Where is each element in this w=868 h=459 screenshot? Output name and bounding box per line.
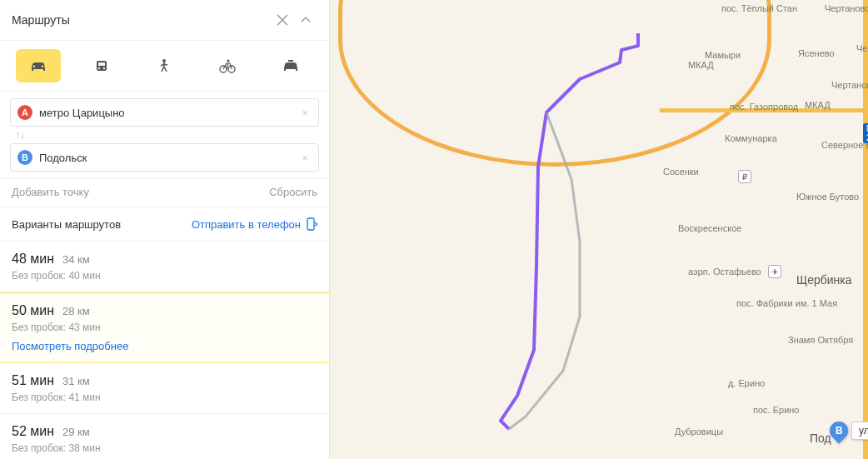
map-label: Сосенки (663, 167, 699, 177)
variants-header: Варианты маршрутов Отправить в телефон (0, 207, 329, 242)
clear-b-icon[interactable]: × (298, 152, 312, 164)
chevron-up-icon[interactable] (294, 8, 317, 32)
route-points: A × ↑↓ B × (0, 92, 329, 179)
transport-modes (0, 41, 329, 92)
route-option[interactable]: 51 мин31 кмБез пробок: 41 мин (0, 363, 329, 414)
map-label: Чертаново Северное (825, 3, 868, 13)
map-label: пос. Тёплый Стан (721, 3, 797, 13)
map-label: Воскресенское (678, 223, 741, 233)
route-no-traffic: Без пробок: 41 мин (12, 392, 317, 403)
route-no-traffic: Без пробок: 43 мин (12, 322, 317, 333)
routes-panel: Маршруты (0, 0, 330, 459)
swap-icon[interactable]: ↑↓ (15, 129, 319, 141)
svg-rect-8 (288, 60, 293, 62)
point-b-input[interactable] (39, 152, 298, 164)
panel-header: Маршруты (0, 0, 329, 41)
route-no-traffic: Без пробок: 40 мин (12, 270, 317, 282)
map-label: Северное Бутово (821, 140, 868, 150)
pin-b-icon: B (17, 150, 32, 165)
route-time: 52 мин (12, 424, 54, 439)
point-a-row[interactable]: A × (10, 98, 319, 127)
routes-list: 48 мин34 кмБез пробок: 40 мин50 мин28 км… (0, 242, 329, 459)
mode-bike[interactable] (205, 49, 250, 82)
map-label: МКАД (688, 60, 714, 70)
map-label: д. Ерино (728, 378, 765, 388)
route-distance: 29 км (62, 426, 90, 438)
map-label: Щербинка (796, 273, 852, 287)
points-footer: Добавить точку Сбросить (0, 179, 329, 207)
route-distance: 34 км (62, 253, 90, 266)
phone-icon (306, 217, 317, 231)
add-point-link[interactable]: Добавить точку (12, 186, 89, 198)
map-label: аэрп. Остафьево (688, 267, 761, 277)
clear-a-icon[interactable]: × (298, 107, 312, 119)
route-time: 50 мин (12, 303, 54, 318)
airport-icon: ✈ (768, 265, 781, 278)
route-time: 48 мин (12, 252, 54, 267)
route-distance: 31 км (62, 375, 90, 387)
map-label: Коммунарка (725, 133, 777, 143)
point-b-row[interactable]: B × (10, 143, 319, 172)
map-label: Дубровицы (675, 427, 723, 437)
route-distance: 28 км (62, 305, 90, 317)
close-icon[interactable] (271, 8, 294, 32)
variants-title: Варианты маршрутов (12, 218, 121, 231)
svg-point-2 (102, 67, 104, 69)
route-time: 51 мин (12, 373, 54, 388)
map-label: Чертаново Центральное (856, 43, 868, 53)
map-canvas[interactable]: A Луганская улица метро Царицыно B улица… (330, 0, 868, 459)
mode-transit[interactable] (79, 49, 124, 82)
svg-point-4 (162, 59, 166, 62)
point-a-input[interactable] (39, 107, 298, 119)
map-label: Знамя Октября (788, 335, 853, 345)
send-to-phone-link[interactable]: Отправить в телефон (192, 217, 317, 231)
marker-b-label: улица Кирова, 2Ас1 (851, 422, 868, 440)
panel-title: Маршруты (12, 13, 271, 27)
route-polyline (330, 0, 868, 459)
svg-point-7 (227, 60, 230, 62)
route-option[interactable]: 48 мин34 кмБез пробок: 40 мин (0, 242, 329, 292)
map-label: пос. Газопровод (730, 102, 798, 112)
map-label: Ясенево (798, 48, 835, 58)
map-label: пос. Ерино (753, 405, 799, 415)
route-details-link[interactable]: Посмотреть подробнее (12, 340, 317, 352)
mode-walk[interactable] (142, 49, 187, 82)
marker-b[interactable]: B улица Кирова, 2Ас1 (830, 422, 868, 440)
map-label: Южное Бутово (796, 192, 859, 202)
send-to-phone-label: Отправить в телефон (192, 218, 301, 231)
route-no-traffic: Без пробок: 38 мин (12, 442, 317, 454)
svg-rect-9 (307, 218, 314, 230)
mode-taxi[interactable] (268, 49, 313, 82)
map-label: пос. Фабрики им. 1 Мая (736, 298, 837, 308)
route-option[interactable]: 52 мин29 кмБез пробок: 38 мин (0, 414, 329, 459)
pin-a-icon: A (17, 105, 32, 120)
svg-rect-3 (98, 62, 105, 66)
mode-car[interactable] (16, 49, 61, 82)
map-label: МКАД (805, 100, 831, 110)
svg-point-1 (97, 67, 99, 69)
road-shield: M-2 (863, 123, 868, 143)
route-option[interactable]: 50 мин28 кмБез пробок: 43 минПосмотреть … (0, 292, 329, 363)
map-label: Чертаново Южное (831, 80, 868, 90)
map-label: Мамыри (705, 50, 741, 60)
reset-link[interactable]: Сбросить (269, 186, 317, 198)
ruble-icon: ₽ (738, 170, 751, 183)
map-label: Под (810, 432, 831, 445)
